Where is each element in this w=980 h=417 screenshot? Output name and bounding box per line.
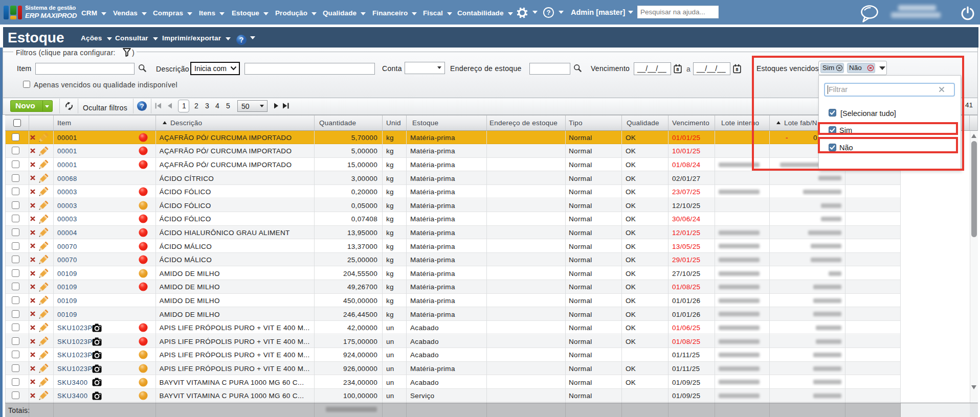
svg-text:8: 8 xyxy=(736,66,738,72)
svg-text:8: 8 xyxy=(676,66,679,72)
svg-text:?: ? xyxy=(239,36,244,44)
svg-text:?: ? xyxy=(140,102,144,110)
svg-text:?: ? xyxy=(547,9,551,16)
